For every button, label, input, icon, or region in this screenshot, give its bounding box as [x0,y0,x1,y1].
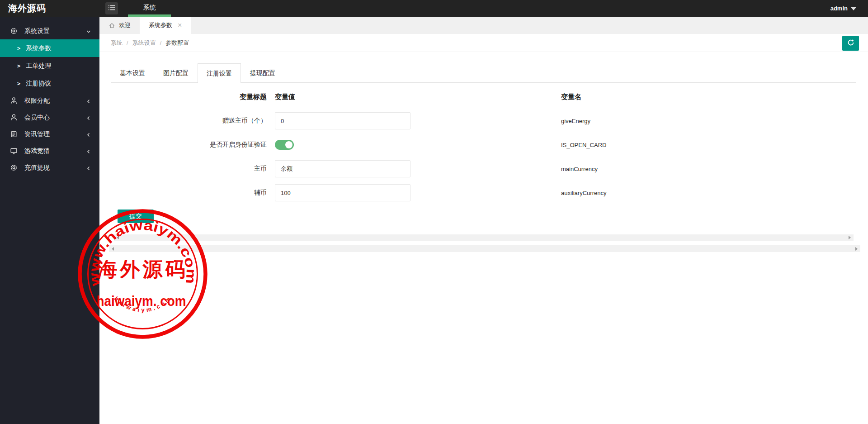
breadcrumb-item[interactable]: 系统设置 [132,39,156,46]
refresh-icon [847,38,855,48]
chevron-left-icon [86,132,91,137]
scroll-left-icon[interactable] [117,236,119,239]
form-header-row: 变量标题 变量值 变量名 [99,93,868,101]
sub-arrow-icon: > [17,45,20,52]
form-row-id-verify: 是否开启身份证验证 IS_OPEN_CARD [99,136,868,153]
document-icon [10,130,18,138]
sidebar-item-label: 注册协议 [26,80,51,88]
breadcrumb-item-current: 参数配置 [165,39,189,46]
form-row-main-currency: 主币 mainCurrency [99,160,868,177]
user-tie-icon [10,97,18,105]
tab-image-config[interactable]: 图片配置 [154,63,198,83]
home-icon [108,22,115,29]
app-logo: 海外源码 [8,0,46,17]
chevron-left-icon [86,98,91,104]
sidebar-toggle-button[interactable] [105,2,118,14]
sidebar-item-label: 充值提现 [24,164,50,172]
scroll-right-icon[interactable] [849,236,851,239]
caret-down-icon [851,7,856,10]
sidebar-item-label: 系统参数 [26,44,51,52]
settings-tab-bar: 基本设置 图片配置 注册设置 提现配置 [111,63,856,83]
sidebar-item-label: 工单处理 [26,62,51,70]
sidebar-item-work-order[interactable]: > 工单处理 [0,57,99,75]
main-currency-input[interactable] [275,160,410,177]
sidebar-item-register-agreement[interactable]: > 注册协议 [0,75,99,92]
header-variable-name: 变量名 [561,93,581,101]
sidebar-item-game-quiz[interactable]: 游戏竞猜 [0,143,99,159]
field-label: 辅币 [99,189,267,197]
tab-label: 系统参数 [149,21,172,29]
monitor-icon [10,147,18,155]
hamburger-icon [108,5,115,13]
header-variable-value: 变量值 [275,93,410,101]
close-icon[interactable]: × [178,22,182,29]
gear-icon [10,164,18,172]
breadcrumb-separator: / [160,39,162,46]
chevron-left-icon [86,148,91,154]
sidebar-item-recharge-withdraw[interactable]: 充值提现 [0,159,99,176]
variable-name: giveEnergy [561,118,590,124]
submit-button[interactable]: 提交 [118,210,154,223]
user-icon [10,114,18,121]
sidebar-item-label: 游戏竞猜 [24,147,50,155]
gear-icon [10,27,18,35]
id-verify-toggle[interactable] [275,140,294,150]
field-label: 赠送主币（个） [99,117,267,125]
panel-content: 基本设置 图片配置 注册设置 提现配置 变量标题 变量值 变量名 赠送主币（个）… [99,52,868,252]
header-variable-title: 变量标题 [99,93,267,101]
scroll-left-icon[interactable] [112,247,114,251]
variable-name: IS_OPEN_CARD [561,142,606,148]
user-menu[interactable]: admin [830,0,856,17]
main-area: 欢迎 系统参数 × 系统/系统设置/参数配置 基本设置 图片配置 注册设置 提现… [99,17,868,424]
auxiliary-currency-input[interactable] [275,184,410,201]
breadcrumb-bar: 系统/系统设置/参数配置 [99,34,868,52]
top-nav-system[interactable]: 系统 [128,0,171,15]
sidebar-item-label: 系统设置 [24,27,50,35]
variable-name: auxiliaryCurrency [561,190,606,196]
page-tab-strip: 欢迎 系统参数 × [99,17,868,34]
tab-system-params[interactable]: 系统参数 × [140,17,191,34]
sidebar-item-news-manage[interactable]: 资讯管理 [0,126,99,143]
tab-register-settings[interactable]: 注册设置 [198,63,241,83]
sidebar: 系统设置 > 系统参数 > 工单处理 > 注册协议 权限分配 会员中心 [0,17,99,424]
toggle-knob [285,141,292,148]
sidebar-item-member-center[interactable]: 会员中心 [0,109,99,126]
breadcrumb-separator: / [127,39,128,46]
tab-withdraw-config[interactable]: 提现配置 [241,63,284,83]
tab-welcome[interactable]: 欢迎 [99,17,140,34]
top-nav-active-underline [128,14,171,17]
sub-arrow-icon: > [17,81,20,87]
breadcrumb: 系统/系统设置/参数配置 [111,34,189,52]
sidebar-item-permission[interactable]: 权限分配 [0,92,99,109]
sub-arrow-icon: > [17,63,20,69]
form-row-give-energy: 赠送主币（个） giveEnergy [99,112,868,129]
chevron-down-icon [86,29,91,34]
top-bar: 海外源码 系统 admin [0,0,868,17]
tab-basic-settings[interactable]: 基本设置 [111,63,154,83]
sidebar-item-system-params[interactable]: > 系统参数 [0,39,99,57]
field-label: 主币 [99,165,267,173]
breadcrumb-item[interactable]: 系统 [111,39,123,46]
sidebar-item-label: 会员中心 [24,114,50,122]
form-row-auxiliary-currency: 辅币 auxiliaryCurrency [99,184,868,201]
horizontal-scrollbar-outer[interactable] [109,245,860,252]
chevron-left-icon [86,165,91,171]
give-energy-input[interactable] [275,112,410,129]
horizontal-scrollbar-inner[interactable] [114,234,854,241]
user-name: admin [830,5,848,12]
field-label: 是否开启身份证验证 [99,141,267,149]
sidebar-item-label: 权限分配 [24,97,50,105]
variable-name: mainCurrency [561,166,598,172]
scroll-right-icon[interactable] [855,247,858,251]
sidebar-item-label: 资讯管理 [24,130,50,138]
sidebar-item-system-settings[interactable]: 系统设置 [0,23,99,39]
chevron-left-icon [86,115,91,120]
tab-label: 欢迎 [119,21,131,29]
refresh-button[interactable] [842,36,859,51]
